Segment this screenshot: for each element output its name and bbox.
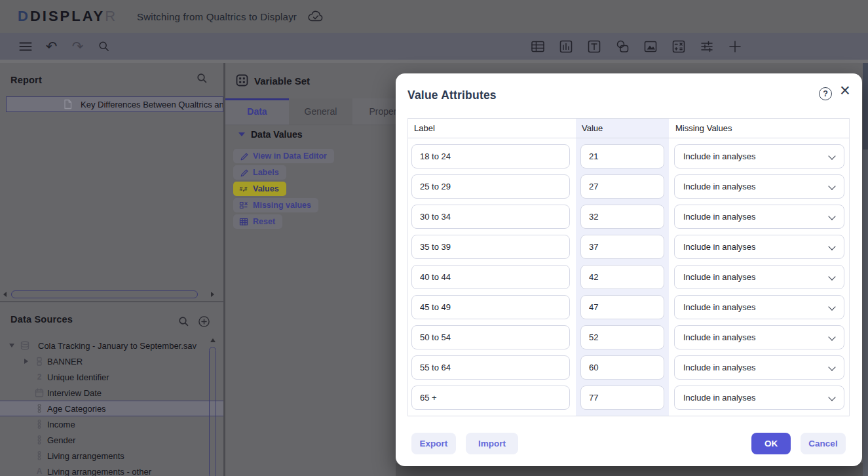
vscroll-thumb[interactable] xyxy=(209,347,216,476)
missing-values-select[interactable]: Include in analyses xyxy=(674,325,844,349)
missing-values-select[interactable]: Include in analyses xyxy=(674,144,844,169)
table-icon[interactable] xyxy=(529,38,546,54)
report-search-icon[interactable] xyxy=(197,73,208,84)
label-input[interactable] xyxy=(411,295,570,319)
hscroll-thumb[interactable] xyxy=(11,290,198,298)
value-input[interactable] xyxy=(580,144,664,169)
tree-item-label: BANNER xyxy=(47,357,83,367)
search-icon[interactable] xyxy=(96,38,112,54)
add-data-source-icon[interactable] xyxy=(198,315,210,328)
label-input[interactable] xyxy=(411,325,570,349)
close-icon[interactable]: × xyxy=(840,82,850,100)
import-button[interactable]: Import xyxy=(466,433,518,454)
vscroll-up-arrow[interactable] xyxy=(210,338,216,342)
missing-values-selected-option: Include in analyses xyxy=(683,182,756,191)
menu-icon[interactable] xyxy=(17,38,33,54)
tree-item[interactable]: Cola Tracking - January to September.sav xyxy=(0,338,223,353)
categories-icon xyxy=(34,450,45,461)
label-input[interactable] xyxy=(411,386,570,410)
action-labels[interactable]: Labels xyxy=(233,165,286,180)
value-attribute-row: Include in analyses xyxy=(408,142,849,172)
label-input[interactable] xyxy=(411,355,570,380)
value-attribute-row: Include in analyses xyxy=(408,172,849,202)
value-attribute-row: Include in analyses xyxy=(408,323,849,353)
label-input[interactable] xyxy=(411,205,570,229)
value-input[interactable] xyxy=(580,205,664,229)
label-input[interactable] xyxy=(411,174,570,199)
filters-icon[interactable] xyxy=(698,38,715,54)
tree-item[interactable]: ALiving arrangements - other xyxy=(0,464,223,476)
image-icon[interactable] xyxy=(642,38,658,54)
chevron-down-icon xyxy=(828,303,835,310)
missing-values-select[interactable]: Include in analyses xyxy=(674,235,844,259)
action-view-in-data-editor[interactable]: View in Data Editor xyxy=(233,149,334,163)
tree-item[interactable]: Living arrangements xyxy=(0,448,223,464)
chevron-down-icon xyxy=(828,152,835,159)
tree-item[interactable]: Age Categories xyxy=(0,401,223,416)
variable-set-icon xyxy=(34,356,45,367)
hscroll-left-arrow[interactable] xyxy=(3,292,7,297)
expander-down-icon[interactable] xyxy=(9,344,14,347)
value-input[interactable] xyxy=(580,386,664,410)
missing-values-select[interactable]: Include in analyses xyxy=(674,386,844,410)
add-icon[interactable] xyxy=(726,38,743,54)
label-input[interactable] xyxy=(411,144,570,169)
calculation-icon[interactable] xyxy=(670,38,687,54)
value-input[interactable] xyxy=(580,295,664,319)
missing-values-select[interactable]: Include in analyses xyxy=(674,295,844,319)
missing-values-selected-option: Include in analyses xyxy=(683,393,756,403)
action-missing-values[interactable]: Missing values xyxy=(233,198,318,212)
value-input[interactable] xyxy=(580,325,664,349)
redo-icon[interactable]: ↷ xyxy=(69,38,86,54)
categories-icon xyxy=(34,435,45,445)
missing-values-select[interactable]: Include in analyses xyxy=(674,205,844,229)
tab-general[interactable]: General xyxy=(289,98,352,125)
tree-item[interactable]: BANNER xyxy=(0,353,223,369)
variable-set-title: Variable Set xyxy=(254,75,310,87)
tree-item-label: Income xyxy=(47,420,75,429)
value-attribute-row: Include in analyses xyxy=(408,232,849,262)
missing-values-select[interactable]: Include in analyses xyxy=(674,355,844,380)
ok-button[interactable]: OK xyxy=(751,433,791,454)
shapes-icon[interactable] xyxy=(614,38,630,54)
value-input[interactable] xyxy=(580,265,664,289)
expander-right-icon[interactable] xyxy=(24,359,29,364)
pencil-icon xyxy=(238,151,249,161)
page-icon xyxy=(64,99,72,109)
action-values[interactable]: #,#Values xyxy=(233,182,286,196)
value-input[interactable] xyxy=(580,235,664,259)
data-sources-search-icon[interactable] xyxy=(178,316,189,327)
undo-icon[interactable]: ↶ xyxy=(43,38,60,54)
value-input[interactable] xyxy=(580,174,664,199)
tab-data[interactable]: Data xyxy=(225,98,289,125)
label-input[interactable] xyxy=(411,265,570,289)
variable-set-tabs: Data General Properti xyxy=(225,98,418,125)
help-icon[interactable]: ? xyxy=(819,87,832,100)
missing-values-select[interactable]: Include in analyses xyxy=(674,265,844,289)
toolbar-left-group: ↶↷ xyxy=(17,38,112,54)
report-page-item[interactable]: Key Differences Between Qualtrics and Di… xyxy=(6,96,223,112)
tree-item[interactable]: Interview Date xyxy=(0,385,223,401)
export-button[interactable]: Export xyxy=(411,433,456,454)
data-values-section[interactable]: Data Values xyxy=(238,129,303,140)
tree-item[interactable]: 2Unique Identifier xyxy=(0,369,223,385)
text-icon[interactable] xyxy=(586,38,602,54)
missing-values-select[interactable]: Include in analyses xyxy=(674,174,844,199)
chevron-down-icon xyxy=(828,363,835,370)
missing-values-selected-option: Include in analyses xyxy=(683,242,756,252)
cancel-button[interactable]: Cancel xyxy=(801,433,846,454)
toolbar-right-group xyxy=(529,38,743,54)
tree-item-label: Interview Date xyxy=(47,388,102,398)
action-reset[interactable]: Reset xyxy=(233,214,282,229)
column-header-label: Label xyxy=(408,119,576,138)
column-header-value: Value xyxy=(576,119,669,138)
value-input[interactable] xyxy=(580,355,664,380)
tree-item[interactable]: Income xyxy=(0,416,223,432)
column-header-missing-values: Missing Values xyxy=(669,119,849,138)
chart-icon[interactable] xyxy=(557,38,574,54)
hscroll-right-arrow[interactable] xyxy=(211,292,214,297)
label-input[interactable] xyxy=(411,235,570,259)
tree-item[interactable]: Gender xyxy=(0,432,223,448)
chevron-down-icon xyxy=(828,182,835,189)
chevron-down-icon xyxy=(828,393,835,401)
